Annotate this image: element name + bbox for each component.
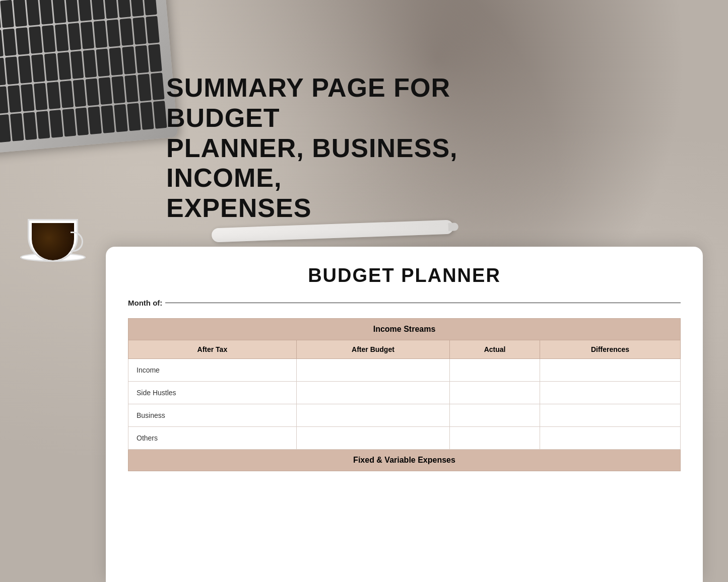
- laptop-key: [151, 72, 165, 100]
- laptop-key: [140, 102, 154, 130]
- budget-table: Income Streams After Tax After Budget Ac…: [128, 318, 681, 471]
- hero-line1: SUMMARY PAGE FOR BUDGET: [166, 73, 519, 133]
- laptop-key: [23, 112, 37, 140]
- row-cell-side-hustles-budget[interactable]: [296, 382, 449, 404]
- laptop-key: [104, 0, 118, 19]
- laptop-key: [78, 0, 92, 21]
- laptop-key: [81, 22, 95, 49]
- coffee-liquid: [32, 223, 74, 260]
- laptop-key: [59, 81, 74, 108]
- table-row: Side Hustles: [128, 382, 681, 404]
- row-label-others: Others: [128, 427, 297, 450]
- laptop-key: [3, 28, 17, 56]
- laptop-key: [13, 0, 27, 27]
- laptop-key: [107, 19, 121, 47]
- laptop-key: [94, 20, 108, 48]
- laptop-key: [130, 0, 144, 16]
- laptop-key: [112, 76, 126, 104]
- laptop-key: [70, 51, 84, 79]
- laptop-key: [143, 0, 157, 15]
- column-header-row: After Tax After Budget Actual Difference…: [128, 340, 681, 359]
- laptop-key: [62, 109, 76, 136]
- row-cell-income-diff[interactable]: [540, 359, 681, 382]
- laptop-key: [29, 26, 43, 54]
- month-underline: [165, 303, 681, 303]
- row-label-side-hustles: Side Hustles: [128, 382, 297, 404]
- hero-line2: PLANNER, BUSINESS, INCOME,: [166, 133, 519, 194]
- laptop-key: [54, 24, 69, 51]
- laptop-key: [68, 23, 82, 50]
- hero-text: SUMMARY PAGE FOR BUDGET PLANNER, BUSINES…: [166, 73, 519, 224]
- laptop-key: [114, 104, 128, 132]
- col-header-after-tax: After Tax: [128, 340, 297, 359]
- laptop-key: [122, 46, 136, 74]
- coffee-cup-decoration: [20, 196, 86, 262]
- col-header-after-budget: After Budget: [296, 340, 449, 359]
- laptop-key: [101, 105, 115, 133]
- laptop-key: [73, 80, 87, 107]
- laptop-key: [127, 103, 141, 131]
- table-row: Business: [128, 404, 681, 427]
- row-cell-others-diff[interactable]: [540, 427, 681, 450]
- col-header-differences: Differences: [540, 340, 681, 359]
- laptop-key: [75, 108, 89, 135]
- document-title: BUDGET PLANNER: [128, 265, 681, 286]
- row-cell-side-hustles-actual[interactable]: [450, 382, 540, 404]
- laptop-key: [86, 78, 100, 106]
- laptop-key: [42, 25, 56, 52]
- document-card: BUDGET PLANNER Month of: Income Streams …: [106, 247, 703, 582]
- laptop-key: [124, 75, 139, 103]
- laptop-key: [96, 49, 110, 77]
- laptop-key: [91, 0, 105, 20]
- laptop-key: [36, 111, 50, 139]
- laptop-key: [52, 0, 66, 23]
- laptop-key: [18, 55, 32, 83]
- row-cell-business-actual[interactable]: [450, 404, 540, 427]
- row-cell-business-diff[interactable]: [540, 404, 681, 427]
- laptop-key: [16, 27, 30, 55]
- laptop-key: [57, 52, 71, 80]
- row-cell-business-budget[interactable]: [296, 404, 449, 427]
- row-cell-others-budget[interactable]: [296, 427, 449, 450]
- laptop-key: [153, 101, 167, 128]
- fixed-expenses-label: Fixed & Variable Expenses: [128, 450, 681, 471]
- row-cell-income-actual[interactable]: [450, 359, 540, 382]
- laptop-keys: [0, 0, 167, 143]
- laptop-key: [21, 84, 35, 112]
- row-cell-others-actual[interactable]: [450, 427, 540, 450]
- laptop-key: [99, 77, 113, 105]
- month-label: Month of:: [128, 299, 162, 307]
- laptop-key: [49, 110, 63, 137]
- laptop-key: [46, 82, 60, 109]
- laptop-key: [120, 18, 134, 46]
- laptop-key: [8, 85, 22, 113]
- laptop-key: [44, 53, 58, 81]
- laptop-key: [146, 16, 160, 43]
- table-row: Others: [128, 427, 681, 450]
- laptop-key: [148, 44, 162, 72]
- income-section-label: Income Streams: [128, 319, 681, 340]
- laptop-key: [5, 56, 19, 84]
- laptop-key: [83, 50, 97, 78]
- laptop-key: [39, 0, 53, 24]
- laptop-key: [133, 17, 147, 44]
- laptop-key: [0, 0, 14, 28]
- laptop-decoration: [0, 0, 178, 155]
- laptop-key: [31, 54, 45, 82]
- month-of-line: Month of:: [128, 299, 681, 307]
- laptop-key: [88, 107, 102, 134]
- laptop-key: [135, 45, 149, 73]
- laptop-key: [34, 83, 48, 110]
- stylus-tip: [448, 223, 459, 231]
- row-label-income: Income: [128, 359, 297, 382]
- table-row: Income: [128, 359, 681, 382]
- col-header-actual: Actual: [450, 340, 540, 359]
- row-cell-income-budget[interactable]: [296, 359, 449, 382]
- laptop-key: [0, 114, 11, 142]
- row-cell-side-hustles-diff[interactable]: [540, 382, 681, 404]
- hero-line3: EXPENSES: [166, 193, 519, 224]
- laptop-key: [0, 86, 9, 114]
- laptop-key: [10, 113, 24, 141]
- laptop-key: [26, 0, 40, 26]
- laptop-key: [138, 74, 152, 101]
